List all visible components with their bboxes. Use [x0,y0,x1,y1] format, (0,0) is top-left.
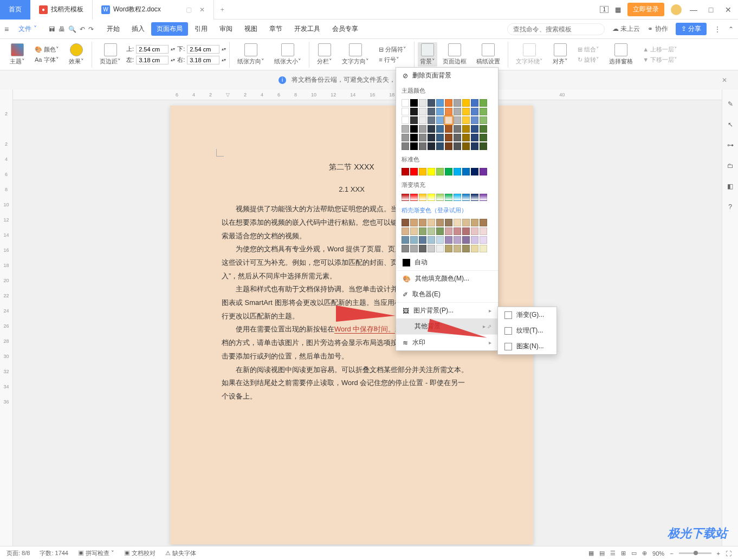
cloud-status[interactable]: ☁ 未上云 [612,24,640,34]
color-swatch[interactable] [436,125,444,133]
align-button[interactable]: 对齐˅ [548,43,572,66]
color-swatch[interactable] [402,134,409,141]
color-swatch[interactable] [454,134,461,141]
redo-icon[interactable]: ↷ [88,25,94,33]
color-swatch[interactable] [410,125,418,133]
gradient-swatch[interactable] [454,236,461,244]
gradient-swatch[interactable] [402,227,409,235]
color-swatch[interactable] [410,142,418,150]
color-swatch[interactable] [428,108,435,115]
gradient-swatch[interactable] [462,245,470,252]
color-swatch[interactable] [480,168,487,175]
theme-button[interactable]: 主题˅ [5,43,29,66]
color-swatch[interactable] [419,134,426,141]
papersize-button[interactable]: 纸张大小˅ [270,43,306,66]
grid-icon[interactable]: ▦ [615,6,621,14]
color-swatch[interactable] [410,168,418,175]
color-swatch[interactable] [462,125,470,133]
color-swatch[interactable] [419,125,426,133]
menu-tab-vip[interactable]: 会员专享 [327,22,364,36]
color-swatch[interactable] [454,142,461,150]
color-swatch[interactable] [402,168,409,175]
color-swatch[interactable] [402,99,409,107]
color-swatch[interactable] [436,134,444,141]
missing-font[interactable]: ⚠ 缺失字体 [165,549,196,557]
color-swatch[interactable] [402,116,409,124]
color-swatch[interactable] [462,168,470,175]
group-button[interactable]: ⊞ 组合˅ [578,45,599,54]
gradient-swatch[interactable] [471,245,478,252]
menu-tab-dev[interactable]: 开发工具 [289,22,326,36]
file-menu[interactable]: 文件 ˅ [14,24,41,34]
breaks-button[interactable]: ⊟ 分隔符˅ [379,45,406,54]
pageborder-button[interactable]: 页面边框 [438,43,471,66]
new-tab-button[interactable]: + [214,6,231,14]
gradient-swatch[interactable] [462,193,470,201]
font-button[interactable]: Aa 字体˅ [35,56,59,64]
spell-check[interactable]: ▣ 拼写检查 ˅ [78,549,114,557]
doc-proof[interactable]: ▣ 文档校对 [124,549,156,557]
color-swatch[interactable] [445,142,452,150]
tab-home[interactable]: 首页 [0,0,30,19]
color-swatch[interactable] [419,99,426,107]
maximize-button[interactable]: □ [705,5,716,14]
color-swatch[interactable] [410,108,418,115]
gradient-swatch[interactable] [428,219,435,226]
gradient-swatch[interactable] [410,236,418,244]
gradient-swatch[interactable] [428,236,435,244]
color-swatch[interactable] [436,108,444,115]
color-swatch[interactable] [462,99,470,107]
zoom-in-icon[interactable]: + [717,550,720,557]
margins-button[interactable]: 页边距˅ [95,43,125,66]
tab-close-icon[interactable]: ✕ [199,6,205,14]
margin-right-input[interactable] [187,56,219,64]
gradient-swatch[interactable] [454,245,461,252]
gradient-swatch[interactable] [436,227,444,235]
color-swatch[interactable] [480,99,487,107]
zoom-out-icon[interactable]: − [670,550,673,557]
gradient-swatch[interactable] [410,227,418,235]
sidebar-help-icon[interactable]: ? [728,203,732,211]
color-swatch[interactable] [454,125,461,133]
selectionpane-button[interactable]: 选择窗格 [605,43,637,66]
color-swatch[interactable] [462,116,470,124]
save-icon[interactable]: 🖬 [49,25,55,33]
sidebar-select-icon[interactable]: ↖ [728,121,733,128]
orientation-button[interactable]: 纸张方向˅ [233,43,269,66]
gradient-swatch[interactable] [445,227,452,235]
color-swatch[interactable] [419,116,426,124]
textdir-button[interactable]: 文字方向˅ [338,43,373,66]
color-swatch[interactable] [402,142,409,150]
color-swatch[interactable] [480,125,487,133]
page-indicator[interactable]: 页面: 8/8 [7,549,30,557]
gradient-swatch[interactable] [462,236,470,244]
sidebar-toolbox-icon[interactable]: 🗀 [727,162,734,170]
color-swatch[interactable] [454,168,461,175]
standard-swatches[interactable] [396,166,498,178]
gradient-swatch[interactable] [480,236,487,244]
color-swatch[interactable] [436,116,444,124]
gradient-swatch[interactable] [462,227,470,235]
menu-tab-view[interactable]: 视图 [239,22,263,36]
effect-button[interactable]: 效果˅ [64,43,88,66]
shell-swatches[interactable] [396,217,498,255]
columns-button[interactable]: 分栏˅ [313,43,336,66]
gradient-swatch[interactable] [410,219,418,226]
remove-bg-item[interactable]: ⊘删除页面背景 [396,68,498,83]
tab-template[interactable]: ●找稻壳模板 [30,0,93,19]
search-input[interactable] [507,23,605,35]
login-button[interactable]: 立即登录 [627,3,664,16]
color-swatch[interactable] [445,116,452,124]
more-icon[interactable]: ⋮ [714,25,721,33]
word-count[interactable]: 字数: 1744 [40,549,68,557]
color-swatch[interactable] [462,108,470,115]
gradient-swatch[interactable] [419,219,426,226]
theme-swatches[interactable] [396,97,498,152]
gradient-swatch[interactable] [445,219,452,226]
gradient-swatches[interactable] [396,191,498,203]
color-swatch[interactable] [462,134,470,141]
color-swatch[interactable] [402,108,409,115]
gradient-swatch[interactable] [428,193,435,201]
more-fill-item[interactable]: 🎨其他填充颜色(M)... [396,271,498,286]
gradient-swatch[interactable] [454,219,461,226]
